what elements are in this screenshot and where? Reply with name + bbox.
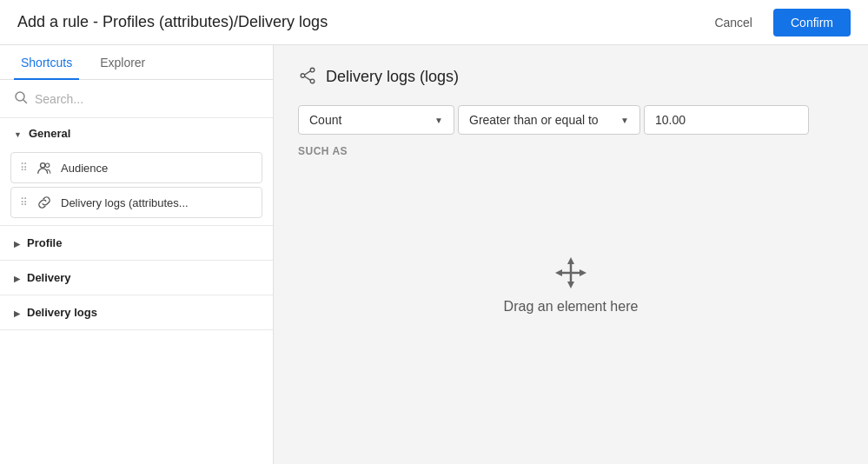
section-delivery: Delivery [0,261,273,295]
move-icon [550,252,592,296]
section-title: Delivery logs (logs) [326,68,459,86]
tab-explorer[interactable]: Explorer [93,45,152,80]
page-header: Add a rule - Profiles (attributes)/Deliv… [0,0,868,45]
section-delivery-logs-header[interactable]: Delivery logs [0,295,273,329]
section-profile-header[interactable]: Profile [0,226,273,260]
chevron-down-icon [14,129,22,139]
section-profile-label: Profile [27,236,62,249]
count-select-label: Count [309,113,341,127]
confirm-button[interactable]: Confirm [773,9,851,36]
section-general: General Audience [0,118,273,226]
svg-marker-9 [567,257,574,264]
section-general-items: Audience Delivery logs (attributes... [0,149,273,225]
main-content: Delivery logs (logs) Count ▼ Greater tha… [274,45,868,464]
audience-item-label: Audience [61,162,108,175]
chevron-right-icon [14,273,20,283]
section-general-label: General [29,127,70,140]
svg-point-3 [45,163,50,168]
drag-drop-area: Drag an element here [298,171,844,397]
main-layout: Shortcuts Explorer General [0,45,868,464]
svg-marker-10 [567,282,574,288]
section-delivery-header[interactable]: Delivery [0,261,273,295]
section-profile: Profile [0,226,273,261]
share-icon [298,66,317,88]
filter-value-input[interactable] [644,105,809,135]
section-delivery-logs-label: Delivery logs [27,306,97,319]
filter-row: Count ▼ Greater than or equal to ▼ [298,105,844,135]
operator-select-label: Greater than or equal to [469,113,599,127]
drag-handle-icon [20,162,28,174]
svg-point-4 [310,68,315,72]
cancel-button[interactable]: Cancel [704,10,763,35]
sidebar-search-area [0,80,273,118]
drag-drop-text: Drag an element here [504,296,639,317]
svg-point-5 [301,74,305,78]
sidebar: Shortcuts Explorer General [0,45,274,464]
chevron-down-icon: ▼ [434,116,443,125]
link-icon [36,195,52,210]
chevron-right-icon [14,238,20,249]
delivery-logs-attr-label: Delivery logs (attributes... [61,196,189,209]
section-general-header[interactable]: General [0,118,273,149]
tab-shortcuts[interactable]: Shortcuts [14,45,79,80]
header-actions: Cancel Confirm [704,9,851,36]
list-item[interactable]: Delivery logs (attributes... [10,187,262,218]
sidebar-tabs: Shortcuts Explorer [0,45,273,80]
section-delivery-label: Delivery [27,271,71,284]
svg-point-2 [41,163,45,168]
count-select[interactable]: Count ▼ [298,105,454,135]
chevron-down-icon: ▼ [620,116,629,125]
svg-line-8 [305,76,311,80]
drag-handle-icon [20,196,28,209]
search-icon [14,90,28,107]
chevron-right-icon [14,308,20,318]
svg-marker-12 [580,269,586,276]
section-delivery-logs: Delivery logs [0,295,273,330]
search-input[interactable] [35,92,259,106]
audience-icon [36,160,52,176]
such-as-label: SUCH AS [298,145,844,157]
svg-line-1 [23,100,27,103]
list-item[interactable]: Audience [10,152,262,183]
svg-line-7 [305,71,311,75]
svg-marker-11 [555,269,562,276]
svg-point-6 [310,79,315,83]
search-wrapper [14,90,259,107]
page-title: Add a rule - Profiles (attributes)/Deliv… [17,13,328,31]
content-header: Delivery logs (logs) [298,66,844,88]
operator-select[interactable]: Greater than or equal to ▼ [458,105,640,135]
